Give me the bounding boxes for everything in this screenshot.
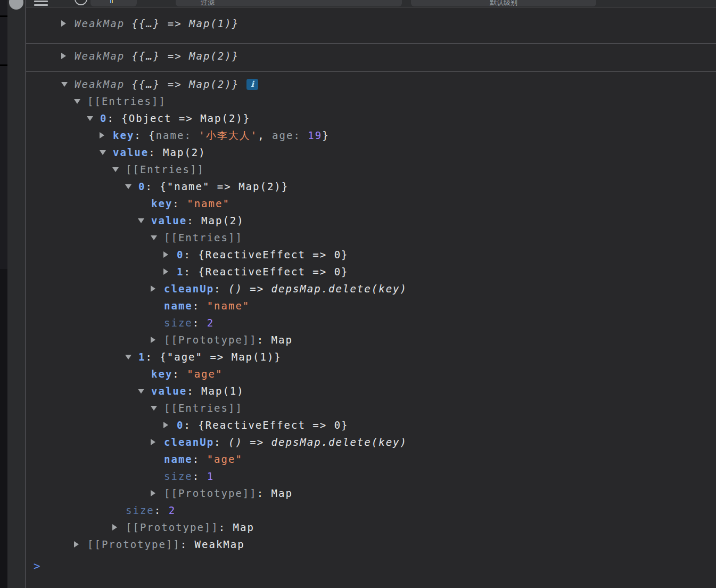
value-segment-string: "name" bbox=[207, 300, 250, 312]
value-segment-number: 2 bbox=[169, 504, 176, 516]
tree-row[interactable]: 0: {"name" => Map(2)} bbox=[26, 178, 716, 195]
tree-row[interactable]: 1: {ReactiveEffect => 0} bbox=[26, 263, 716, 280]
console-log-entry[interactable]: WeakMap {{…} => Map(2)} bbox=[26, 47, 716, 72]
tree-row[interactable]: value: Map(1) bbox=[26, 382, 716, 399]
tree-row[interactable]: 1: {"age" => Map(1)} bbox=[26, 348, 716, 365]
tree-row[interactable]: [[Entries]] bbox=[26, 93, 716, 110]
tree-row[interactable]: WeakMap {{…} => Map(1)} bbox=[26, 15, 716, 32]
value-segment-plain: : Map bbox=[257, 334, 293, 346]
tree-row[interactable]: cleanUp: () => depsMap.delete(key) bbox=[26, 434, 716, 451]
console-sidebar-toggle-icon[interactable] bbox=[34, 0, 48, 6]
collapse-triangle-icon[interactable] bbox=[74, 99, 80, 104]
value-segment-string: '小李大人' bbox=[199, 129, 258, 141]
edge-divider bbox=[0, 64, 7, 66]
value-segment-key: key bbox=[151, 198, 172, 209]
value-segment-key: key bbox=[113, 129, 134, 141]
tree-row[interactable]: key: "name" bbox=[26, 195, 716, 212]
tree-row[interactable]: 0: {ReactiveEffect => 0} bbox=[26, 416, 716, 434]
scrollbar-thumb[interactable] bbox=[9, 0, 23, 10]
value-segment-plain: : bbox=[214, 283, 228, 295]
clear-console-icon[interactable] bbox=[75, 0, 87, 5]
info-icon[interactable]: i bbox=[246, 79, 258, 90]
value-segment-internal: [[Prototype]] bbox=[164, 334, 257, 346]
value-segment-fn: () => depsMap.delete(key) bbox=[228, 283, 407, 295]
collapse-triangle-icon[interactable] bbox=[138, 389, 144, 394]
tree-row[interactable]: name: "age" bbox=[26, 451, 716, 468]
value-segment-string: "age" bbox=[207, 453, 243, 465]
tree-row[interactable]: cleanUp: () => depsMap.delete(key) bbox=[26, 280, 716, 297]
value-segment-plain: : bbox=[193, 453, 207, 465]
expand-triangle-icon[interactable] bbox=[151, 337, 155, 343]
collapse-triangle-icon[interactable] bbox=[138, 218, 144, 223]
collapse-triangle-icon[interactable] bbox=[112, 167, 119, 172]
console-prompt[interactable]: > bbox=[26, 559, 716, 580]
tree-row[interactable]: size: 2 bbox=[26, 502, 716, 519]
scrollbar-track[interactable] bbox=[7, 0, 25, 588]
tree-row[interactable]: 0: {Object => Map(2)} bbox=[26, 110, 716, 127]
tree-row[interactable]: name: "name" bbox=[26, 297, 716, 314]
context-selector-dropdown[interactable] bbox=[90, 0, 137, 6]
tree-row[interactable]: WeakMap {{…} => Map(2)}i bbox=[26, 76, 716, 93]
collapse-triangle-icon[interactable] bbox=[87, 116, 93, 121]
value-segment-plain: : Map bbox=[219, 521, 254, 533]
console-log-entry[interactable]: WeakMap {{…} => Map(1)} bbox=[26, 15, 716, 44]
expand-triangle-icon[interactable] bbox=[163, 268, 168, 275]
edge-divider bbox=[0, 15, 7, 17]
tree-row[interactable]: [[Prototype]]: WeakMap bbox=[26, 536, 716, 553]
tree-row[interactable]: [[Prototype]]: Map bbox=[26, 331, 716, 348]
tree-row[interactable]: key: {name: '小李大人', age: 19} bbox=[26, 127, 716, 144]
expand-triangle-icon[interactable] bbox=[61, 20, 66, 27]
console-log-entry-expanded[interactable]: WeakMap {{…} => Map(2)}i[[Entries]]0: {O… bbox=[26, 72, 716, 553]
collapse-triangle-icon[interactable] bbox=[100, 150, 106, 155]
value-segment-plain: : bbox=[172, 368, 187, 380]
value-segment-plain: : bbox=[214, 436, 228, 448]
value-segment-plain: : bbox=[154, 504, 169, 516]
value-segment-plain: } bbox=[322, 129, 329, 141]
collapse-triangle-icon[interactable] bbox=[151, 406, 157, 411]
tree-row[interactable]: value: Map(2) bbox=[26, 144, 716, 161]
expand-triangle-icon[interactable] bbox=[151, 439, 155, 445]
tree-row[interactable]: size: 1 bbox=[26, 468, 716, 485]
value-segment-keydim: size bbox=[164, 317, 193, 329]
tree-row[interactable]: size: 2 bbox=[26, 314, 716, 331]
value-segment-internal: [[Prototype]] bbox=[164, 487, 257, 499]
tree-row[interactable]: [[Entries]] bbox=[26, 399, 716, 416]
filter-placeholder: 过滤 bbox=[201, 0, 215, 7]
collapse-triangle-icon[interactable] bbox=[151, 235, 157, 240]
log-levels-dropdown[interactable]: 默认级别 bbox=[411, 0, 596, 6]
value-segment-objname: WeakMap bbox=[75, 78, 132, 90]
value-segment-plain: : {"name" => Map(2)} bbox=[145, 181, 289, 192]
value-segment-plain: : bbox=[193, 470, 207, 482]
tree-row[interactable]: [[Prototype]]: Map bbox=[26, 485, 716, 502]
filter-input[interactable]: 过滤 bbox=[176, 0, 402, 6]
tree-row[interactable]: key: "age" bbox=[26, 365, 716, 382]
expand-triangle-icon[interactable] bbox=[163, 251, 168, 258]
context-icon bbox=[112, 0, 113, 3]
value-segment-key: 0 bbox=[138, 181, 145, 192]
value-segment-key: value bbox=[151, 385, 187, 397]
expand-triangle-icon[interactable] bbox=[61, 53, 66, 59]
value-segment-plain: : bbox=[172, 198, 187, 209]
collapse-triangle-icon[interactable] bbox=[125, 184, 131, 189]
expand-triangle-icon[interactable] bbox=[151, 285, 155, 292]
collapse-triangle-icon[interactable] bbox=[125, 355, 131, 360]
value-segment-fn: () => depsMap.delete(key) bbox=[228, 436, 407, 448]
collapse-triangle-icon[interactable] bbox=[61, 82, 68, 87]
expand-triangle-icon[interactable] bbox=[163, 422, 168, 428]
expand-triangle-icon[interactable] bbox=[112, 524, 117, 530]
tree-row[interactable]: WeakMap {{…} => Map(2)} bbox=[26, 47, 716, 64]
expand-triangle-icon[interactable] bbox=[100, 132, 104, 138]
tree-row[interactable]: 0: {ReactiveEffect => 0} bbox=[26, 246, 716, 263]
tree-row[interactable]: [[Entries]] bbox=[26, 229, 716, 246]
expand-triangle-icon[interactable] bbox=[74, 541, 79, 548]
value-segment-key: 0 bbox=[100, 112, 107, 124]
console-toolbar: 过滤 默认级别 bbox=[26, 0, 716, 7]
value-segment-plain: : {"age" => Map(1)} bbox=[145, 351, 281, 363]
expand-triangle-icon[interactable] bbox=[151, 490, 155, 496]
value-segment-internal: [[Entries]] bbox=[164, 232, 243, 243]
value-segment-key: 0 bbox=[177, 419, 184, 431]
tree-row[interactable]: [[Entries]] bbox=[26, 161, 716, 178]
tree-row[interactable]: value: Map(2) bbox=[26, 212, 716, 229]
value-segment-internal: name: bbox=[156, 129, 199, 141]
tree-row[interactable]: [[Prototype]]: Map bbox=[26, 519, 716, 536]
